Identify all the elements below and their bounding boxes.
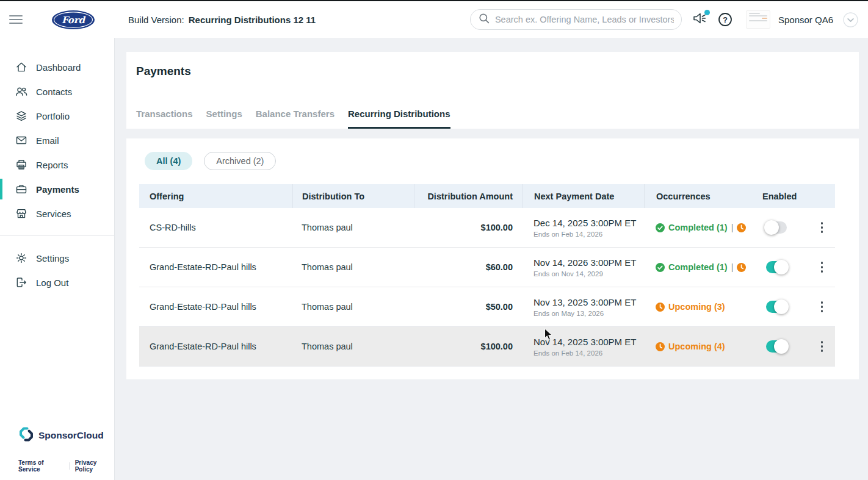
clock-icon xyxy=(656,342,665,351)
table-row[interactable]: CS-RD-hills Thomas paul $100.00 Dec 14, … xyxy=(139,208,835,248)
col-actions xyxy=(809,184,835,208)
col-offering: Offering xyxy=(139,184,292,208)
sidebar-divider xyxy=(0,235,114,236)
mail-icon xyxy=(15,134,27,146)
col-distribution-to: Distribution To xyxy=(292,184,414,208)
help-icon[interactable]: ? xyxy=(718,12,732,27)
distribution-to-cell: Thomas paul xyxy=(292,208,414,247)
occurrence-status: Upcoming (4) xyxy=(668,342,725,351)
tabs: TransactionsSettingsBalance TransfersRec… xyxy=(126,109,859,129)
table-row[interactable]: Grand-Estate-RD-Paul hills Thomas paul $… xyxy=(139,287,835,327)
filter-archived-chip[interactable]: Archived (2) xyxy=(204,152,276,170)
notification-dot xyxy=(704,10,710,15)
menu-icon[interactable] xyxy=(9,13,24,26)
row-menu-icon[interactable] xyxy=(819,338,826,356)
occurrences-cell: Upcoming (4) xyxy=(644,327,748,366)
occurrences-cell: Completed (1)| xyxy=(644,208,748,247)
sidebar-item-reports[interactable]: Reports xyxy=(0,152,114,177)
home-icon xyxy=(15,61,27,73)
offering-cell: CS-RD-hills xyxy=(139,208,292,247)
sidebar-item-email[interactable]: Email xyxy=(0,128,114,152)
enabled-toggle[interactable] xyxy=(766,221,787,234)
table-row[interactable]: Grand-Estate-RD-Paul hills Thomas paul $… xyxy=(139,327,835,367)
table-body: CS-RD-hills Thomas paul $100.00 Dec 14, … xyxy=(139,208,835,367)
legal-separator xyxy=(70,462,70,470)
tab-balance-transfers[interactable]: Balance Transfers xyxy=(256,109,335,129)
sidebar-item-log-out[interactable]: Log Out xyxy=(0,270,114,295)
occurrence-status: Upcoming (3) xyxy=(668,302,725,312)
distribution-amount-cell: $60.00 xyxy=(414,248,522,287)
next-payment-date-cell: Dec 14, 2025 3:00PM ET Ends on Feb 14, 2… xyxy=(522,208,644,247)
tab-transactions[interactable]: Transactions xyxy=(136,109,193,129)
occurrence-status: Completed (1) xyxy=(668,262,728,272)
occurrences-cell: Completed (1)| xyxy=(644,248,748,287)
sidebar-item-contacts[interactable]: Contacts xyxy=(0,79,114,104)
svg-text:?: ? xyxy=(723,16,728,24)
check-circle-icon xyxy=(656,223,665,232)
store-icon xyxy=(15,207,27,220)
sponsorcloud-logo: SponsorCloud xyxy=(18,426,114,445)
col-enabled: Enabled xyxy=(748,184,809,208)
distribution-amount-cell: $100.00 xyxy=(414,208,522,247)
search-icon xyxy=(479,13,490,26)
sidebar-nav: Dashboard Contacts Portfolio Email Repor… xyxy=(0,55,114,226)
enabled-toggle[interactable] xyxy=(766,301,787,313)
offering-cell: Grand-Estate-RD-Paul hills xyxy=(139,248,292,287)
sponsorcloud-brand: SponsorCloud xyxy=(38,430,104,441)
logout-icon xyxy=(15,276,27,288)
main-content: Payments TransactionsSettingsBalance Tra… xyxy=(115,38,868,480)
distribution-amount-cell: $50.00 xyxy=(414,287,522,326)
sidebar-item-dashboard[interactable]: Dashboard xyxy=(0,55,114,79)
occurrence-status: Completed (1) xyxy=(668,223,728,232)
col-distribution-amount: Distribution Amount xyxy=(414,184,522,208)
row-menu-icon[interactable] xyxy=(819,259,826,276)
sidebar-item-payments[interactable]: Payments xyxy=(0,177,114,201)
topbar: Ford Build Version:Recurring Distributio… xyxy=(0,1,868,38)
avatar[interactable] xyxy=(746,10,770,29)
row-menu-icon[interactable] xyxy=(819,298,826,316)
terms-of-service-link[interactable]: Terms of Service xyxy=(18,459,65,473)
build-version: Build Version:Recurring Distributions 12… xyxy=(128,15,316,25)
sidebar: Dashboard Contacts Portfolio Email Repor… xyxy=(0,38,115,480)
filter-all-chip[interactable]: All (4) xyxy=(145,152,192,170)
sidebar-item-settings[interactable]: Settings xyxy=(0,246,114,270)
row-menu-icon[interactable] xyxy=(819,219,826,237)
distribution-to-cell: Thomas paul xyxy=(292,287,414,326)
enabled-toggle[interactable] xyxy=(766,261,787,273)
next-payment-date-cell: Nov 13, 2025 3:00PM ET Ends on May 13, 2… xyxy=(522,287,644,326)
sponsorcloud-mark-icon xyxy=(18,426,34,445)
gear-icon xyxy=(15,252,27,264)
page-header-card: Payments TransactionsSettingsBalance Tra… xyxy=(126,52,859,129)
search-input[interactable] xyxy=(495,15,674,24)
tab-recurring-distributions[interactable]: Recurring Distributions xyxy=(348,109,450,129)
printer-icon xyxy=(15,159,27,171)
layers-icon xyxy=(15,110,27,122)
distributions-table: Offering Distribution To Distribution Am… xyxy=(139,184,835,367)
svg-text:Ford: Ford xyxy=(62,15,86,26)
briefcase-icon xyxy=(15,183,27,195)
table-row[interactable]: Grand-Estate-RD-Paul hills Thomas paul $… xyxy=(139,248,835,287)
user-name[interactable]: Sponsor QA6 xyxy=(778,15,833,25)
enabled-toggle[interactable] xyxy=(766,340,787,353)
offering-cell: Grand-Estate-RD-Paul hills xyxy=(139,287,292,326)
occurrences-cell: Upcoming (3) xyxy=(644,287,748,326)
clock-icon xyxy=(737,263,746,272)
privacy-policy-link[interactable]: Privacy Policy xyxy=(75,459,114,473)
recurring-distributions-card: All (4) Archived (2) Offering Distributi… xyxy=(126,138,859,379)
col-next-payment-date: Next Payment Date xyxy=(522,184,644,208)
tab-settings[interactable]: Settings xyxy=(206,109,242,129)
users-icon xyxy=(15,85,27,98)
chevron-down-icon[interactable] xyxy=(843,12,858,27)
sidebar-item-services[interactable]: Services xyxy=(0,201,114,226)
offering-cell: Grand-Estate-RD-Paul hills xyxy=(139,327,292,366)
clock-icon xyxy=(737,223,746,232)
clock-icon xyxy=(656,303,665,312)
check-circle-icon xyxy=(656,263,665,272)
search-box[interactable] xyxy=(470,9,682,30)
distribution-to-cell: Thomas paul xyxy=(292,327,414,366)
next-payment-date-cell: Nov 14, 2026 3:00PM ET Ends on Nov 14, 2… xyxy=(522,248,644,287)
announcements-icon[interactable] xyxy=(692,11,707,28)
sidebar-item-portfolio[interactable]: Portfolio xyxy=(0,104,114,128)
ford-logo: Ford xyxy=(51,10,95,30)
distribution-amount-cell: $100.00 xyxy=(414,327,522,366)
